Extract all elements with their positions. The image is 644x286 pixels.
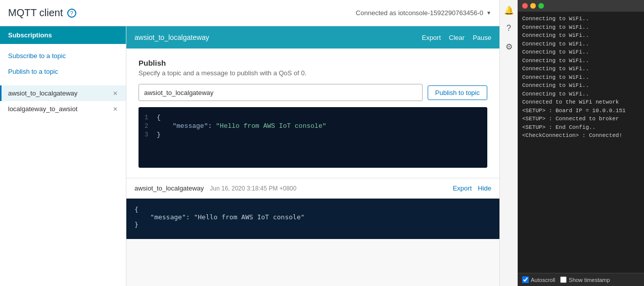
notification-icon[interactable]: 🔔 [503, 4, 515, 16]
line-number: 2 [145, 123, 157, 130]
publish-to-topic-button[interactable]: Publish to topic [428, 85, 487, 100]
terminal-panel: Connecting to WiFi..Connecting to WiFi..… [518, 0, 644, 286]
topic-input[interactable] [139, 84, 423, 101]
sidebar-nav: Subscribe to a topic Publish to a topic [0, 44, 126, 83]
subscription-label: awsiot_to_localgateway [8, 89, 111, 97]
pause-button[interactable]: Pause [473, 34, 491, 41]
header: MQTT client ? Connected as iotconsole-15… [0, 0, 499, 26]
sidebar-section-title: Subscriptions [0, 26, 126, 44]
terminal-line: Connecting to WiFi.. [522, 57, 640, 65]
terminal-line: <SETUP> : End Config.. [522, 123, 640, 132]
message-header-actions: Export Hide [453, 184, 491, 192]
terminal-line: Connecting to WiFi.. [522, 90, 640, 99]
publish-section: Publish Specify a topic and a message to… [126, 49, 499, 178]
terminal-line: Connecting to WiFi.. [522, 65, 640, 73]
code-line: 3 } [139, 130, 487, 139]
clear-button[interactable]: Clear [449, 34, 465, 41]
terminal-line: <CheckConnection> : Connected! [522, 131, 640, 140]
terminal-titlebar [518, 0, 644, 12]
help-icon[interactable]: ? [503, 22, 515, 34]
terminal-body[interactable]: Connecting to WiFi..Connecting to WiFi..… [518, 12, 644, 273]
message-hide-button[interactable]: Hide [478, 184, 491, 192]
close-icon[interactable]: ✕ [113, 106, 118, 113]
connection-label: Connected as iotconsole-1592290763456-0 [356, 9, 483, 17]
connection-info: Connected as iotconsole-1592290763456-0 … [356, 9, 491, 17]
settings-icon[interactable]: ⚙ [503, 40, 515, 53]
terminal-line: <SETUP> : Board IP = 10.0.0.151 [522, 107, 640, 115]
chevron-down-icon[interactable]: ▼ [486, 10, 491, 16]
subscription-item-localgateway[interactable]: localgateway_to_awsiot ✕ [0, 101, 126, 117]
sidebar: Subscriptions Subscribe to a topic Publi… [0, 26, 126, 286]
message-section: awsiot_to_localgateway Jun 16, 2020 3:18… [126, 178, 499, 239]
topic-bar-actions: Export Clear Pause [422, 34, 491, 41]
topic-bar: awsiot_to_localgateway Export Clear Paus… [126, 26, 499, 49]
sidebar-item-publish[interactable]: Publish to a topic [0, 64, 126, 79]
export-button[interactable]: Export [422, 34, 441, 41]
terminal-line: Connecting to WiFi.. [522, 73, 640, 82]
subscription-label: localgateway_to_awsiot [8, 105, 111, 113]
sidebar-subscriptions: awsiot_to_localgateway ✕ localgateway_to… [0, 83, 126, 119]
show-timestamp-label: Show timestamp [569, 277, 610, 283]
publish-description: Specify a topic and a message to publish… [139, 69, 487, 77]
code-editor[interactable]: 1 { 2 "message": "Hello from AWS IoT con… [139, 107, 487, 168]
terminal-line: <SETUP> : Connected to broker [522, 115, 640, 123]
message-topic: awsiot_to_localgateway [134, 184, 204, 192]
help-icon[interactable]: ? [67, 9, 76, 18]
line-number: 1 [145, 114, 157, 121]
autoscroll-label: Autoscroll [531, 277, 555, 283]
title-text: MQTT client [8, 7, 63, 19]
show-timestamp-input[interactable] [560, 276, 567, 283]
terminal-line: Connecting to WiFi.. [522, 15, 640, 23]
message-body-text: { "message": "Hello from AWS IoT console… [134, 206, 491, 228]
message-body: { "message": "Hello from AWS IoT console… [126, 199, 499, 239]
main-content: awsiot_to_localgateway Export Clear Paus… [126, 26, 499, 286]
terminal-line: Connecting to WiFi.. [522, 23, 640, 32]
dot-green [538, 3, 544, 9]
page-title: MQTT client ? [8, 7, 76, 19]
publish-title: Publish [139, 59, 487, 67]
terminal-line: Connecting to WiFi.. [522, 81, 640, 90]
topic-bar-name: awsiot_to_localgateway [134, 33, 422, 41]
code-line: 2 "message": "Hello from AWS IoT console… [139, 122, 487, 130]
show-timestamp-checkbox[interactable]: Show timestamp [560, 276, 610, 283]
line-content: { [157, 114, 161, 121]
dot-yellow [530, 3, 536, 9]
message-header: awsiot_to_localgateway Jun 16, 2020 3:18… [126, 178, 499, 199]
autoscroll-checkbox[interactable]: Autoscroll [522, 276, 555, 283]
subscription-item-awsiot[interactable]: awsiot_to_localgateway ✕ [0, 85, 126, 101]
terminal-line: Connected to the WiFi network [522, 98, 640, 107]
publish-input-row: Publish to topic [139, 84, 487, 101]
message-timestamp: Jun 16, 2020 3:18:45 PM +0800 [210, 185, 296, 192]
code-line: 1 { [139, 113, 487, 122]
side-icons: 🔔 ? ⚙ [499, 0, 518, 286]
line-content: } [157, 131, 161, 138]
autoscroll-input[interactable] [522, 276, 529, 283]
line-content: "message": "Hello from AWS IoT console" [157, 122, 326, 130]
content-layout: Subscriptions Subscribe to a topic Publi… [0, 26, 499, 286]
line-number: 3 [145, 131, 157, 138]
terminal-footer: Autoscroll Show timestamp [518, 273, 644, 286]
terminal-line: Connecting to WiFi.. [522, 31, 640, 40]
sidebar-item-subscribe[interactable]: Subscribe to a topic [0, 48, 126, 64]
dot-red [522, 3, 528, 9]
message-export-button[interactable]: Export [453, 184, 472, 192]
terminal-line: Connecting to WiFi.. [522, 40, 640, 49]
close-icon[interactable]: ✕ [113, 90, 118, 97]
terminal-line: Connecting to WiFi.. [522, 48, 640, 57]
